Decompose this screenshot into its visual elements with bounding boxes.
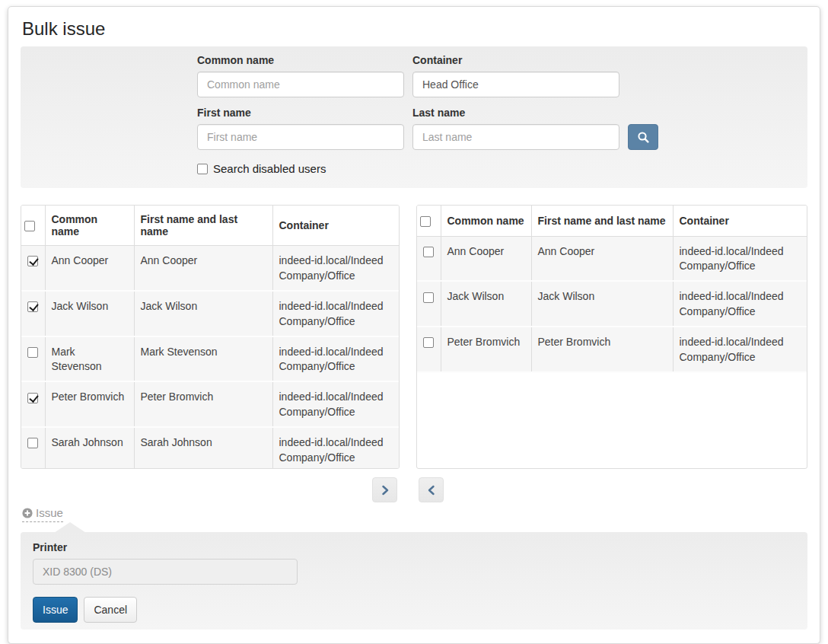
row-checkbox[interactable] (27, 301, 38, 312)
select-all-checkbox[interactable] (420, 216, 431, 227)
printer-label: Printer (33, 541, 795, 553)
cell-full-name: Peter Bromvich (531, 327, 673, 372)
issue-link-label: Issue (36, 506, 63, 519)
table-row[interactable]: Mark Stevenson Mark Stevenson indeed-id.… (21, 336, 399, 382)
cell-full-name: Jack Wilson (134, 291, 272, 336)
cell-full-name: Ann Cooper (531, 236, 673, 281)
table-row[interactable]: Jack Wilson Jack Wilson indeed-id.local/… (417, 281, 807, 327)
column-header-common-name: Common name (45, 206, 134, 246)
source-users-table: Common name First name and last name Con… (21, 205, 400, 469)
issue-button[interactable]: Issue (33, 597, 78, 623)
magnifier-icon (637, 131, 650, 144)
cell-container: indeed-id.local/Indeed Company/Office (272, 336, 399, 382)
cell-common-name: Mark Stevenson (45, 336, 134, 382)
first-name-field-group: First name (197, 107, 404, 150)
last-name-label: Last name (412, 107, 619, 119)
cell-common-name: Sarah Johnson (45, 427, 134, 469)
row-checkbox[interactable] (27, 438, 38, 448)
search-button[interactable] (628, 124, 658, 150)
last-name-input[interactable] (412, 124, 619, 150)
common-name-input[interactable] (197, 72, 404, 97)
chevron-left-icon (425, 484, 438, 496)
container-label: Container (412, 54, 619, 66)
table-header-row: Common name First name and last name Con… (21, 206, 399, 246)
cell-container: indeed-id.local/Indeed Company/Office (673, 281, 807, 327)
cell-full-name: Sarah Johnson (134, 427, 272, 469)
row-checkbox[interactable] (27, 393, 38, 403)
plus-circle-icon (22, 508, 33, 518)
transfer-tables: Common name First name and last name Con… (21, 205, 807, 469)
table-row[interactable]: Peter Bromvich Peter Bromvich indeed-id.… (417, 327, 807, 372)
page-title: Bulk issue (22, 18, 807, 40)
cell-common-name: Ann Cooper (45, 246, 134, 291)
last-name-field-group: Last name (412, 107, 619, 150)
column-header-full-name: First name and last name (134, 206, 272, 246)
move-left-button[interactable] (419, 477, 444, 502)
search-panel: Common name Container First name Last na… (21, 46, 807, 188)
table-header-row: Common name First name and last name Con… (417, 206, 807, 236)
column-header-common-name: Common name (441, 206, 531, 236)
row-checkbox[interactable] (423, 337, 434, 348)
selected-users-table: Common name First name and last name Con… (416, 205, 807, 469)
table-row[interactable]: Ann Cooper Ann Cooper indeed-id.local/In… (417, 236, 807, 281)
move-right-button[interactable] (372, 477, 397, 502)
issue-panel: Printer Issue Cancel (21, 532, 807, 630)
cell-common-name: Jack Wilson (441, 281, 531, 327)
cell-container: indeed-id.local/Indeed Company/Office (272, 427, 399, 469)
cell-common-name: Peter Bromvich (45, 381, 134, 427)
row-checkbox[interactable] (27, 347, 38, 358)
chevron-right-icon (379, 484, 391, 496)
search-disabled-users-label: Search disabled users (213, 162, 326, 175)
issue-toggle-link[interactable]: Issue (22, 506, 63, 522)
cell-container: indeed-id.local/Indeed Company/Office (673, 327, 807, 372)
transfer-controls (14, 477, 801, 502)
column-header-container: Container (272, 206, 399, 246)
table-row[interactable]: Sarah Johnson Sarah Johnson indeed-id.lo… (21, 427, 399, 469)
row-checkbox[interactable] (27, 256, 38, 266)
cell-common-name: Peter Bromvich (441, 327, 531, 372)
container-input[interactable] (412, 72, 619, 97)
cell-container: indeed-id.local/Indeed Company/Office (272, 291, 399, 336)
column-header-container: Container (673, 206, 807, 236)
cell-full-name: Mark Stevenson (134, 336, 272, 382)
cell-container: indeed-id.local/Indeed Company/Office (673, 236, 807, 281)
row-checkbox[interactable] (423, 247, 434, 257)
bulk-issue-page: Bulk issue Common name Container First n… (8, 6, 820, 644)
cell-container: indeed-id.local/Indeed Company/Office (272, 381, 399, 427)
search-disabled-users-checkbox[interactable] (197, 164, 208, 174)
cell-full-name: Jack Wilson (531, 281, 673, 327)
cell-common-name: Ann Cooper (441, 236, 531, 281)
container-field-group: Container (412, 54, 619, 97)
common-name-label: Common name (197, 54, 404, 66)
common-name-field-group: Common name (197, 54, 404, 97)
cancel-button[interactable]: Cancel (84, 597, 137, 623)
cell-common-name: Jack Wilson (45, 291, 134, 336)
issue-panel-pointer (54, 522, 86, 533)
table-row[interactable]: Peter Bromvich Peter Bromvich indeed-id.… (21, 381, 399, 427)
cell-full-name: Peter Bromvich (134, 381, 272, 427)
first-name-input[interactable] (197, 124, 404, 150)
cell-full-name: Ann Cooper (134, 246, 272, 291)
printer-select[interactable] (33, 559, 298, 585)
row-checkbox[interactable] (423, 292, 434, 303)
table-row[interactable]: Ann Cooper Ann Cooper indeed-id.local/In… (21, 246, 399, 291)
cell-container: indeed-id.local/Indeed Company/Office (272, 246, 399, 291)
search-form: Common name Container First name Last na… (197, 54, 795, 175)
table-row[interactable]: Jack Wilson Jack Wilson indeed-id.local/… (21, 291, 399, 336)
first-name-label: First name (197, 107, 404, 119)
column-header-full-name: First name and last name (531, 206, 673, 236)
select-all-checkbox[interactable] (24, 221, 35, 231)
